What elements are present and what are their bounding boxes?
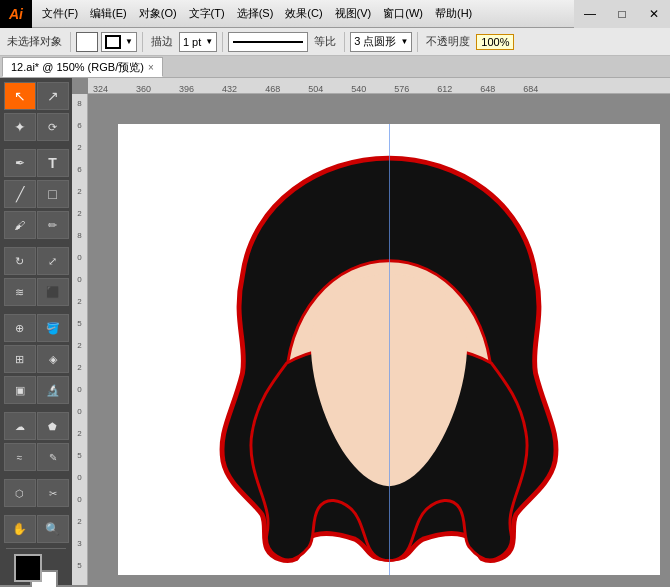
selection-tool[interactable]: ↖: [4, 82, 36, 110]
pencil-tool[interactable]: ✏: [37, 211, 69, 239]
ruler-left-mark: 6: [77, 121, 81, 130]
nav-tools: ✋ 🔍: [4, 515, 69, 543]
corner-style-dropdown[interactable]: 3 点圆形: [350, 32, 412, 52]
close-button[interactable]: ✕: [638, 0, 670, 28]
scissors-tool[interactable]: ✂: [37, 479, 69, 507]
symbol-tool[interactable]: ⬟: [37, 412, 69, 440]
ruler-left-mark: 0: [77, 253, 81, 262]
scale-tool[interactable]: ⤢: [37, 247, 69, 275]
maximize-button[interactable]: □: [606, 0, 638, 28]
rotate-tool[interactable]: ↻: [4, 247, 36, 275]
ruler-mark: 468: [265, 84, 280, 94]
menu-select[interactable]: 选择(S): [231, 4, 280, 23]
eyedropper-tool[interactable]: 🔬: [37, 376, 69, 404]
graph-tool[interactable]: ≈: [4, 443, 36, 471]
toolbar-sep-1: [70, 32, 71, 52]
menu-object[interactable]: 对象(O): [133, 4, 183, 23]
warp-tool[interactable]: ≋: [4, 278, 36, 306]
opacity-value[interactable]: 100%: [476, 34, 514, 50]
pen-tool[interactable]: ✒: [4, 149, 36, 177]
ruler-left-mark: 2: [77, 297, 81, 306]
ruler-left-mark: 2: [77, 143, 81, 152]
menu-file[interactable]: 文件(F): [36, 4, 84, 23]
blend-tool[interactable]: ☁: [4, 412, 36, 440]
menu-effect[interactable]: 效果(C): [279, 4, 328, 23]
zoom-tool[interactable]: 🔍: [37, 515, 69, 543]
ruler-left-mark: 5: [77, 561, 81, 570]
ruler-left-mark: 5: [77, 451, 81, 460]
ruler-left-mark: 2: [77, 187, 81, 196]
toolbar-sep-4: [344, 32, 345, 52]
window-controls: — □ ✕: [574, 0, 670, 27]
lasso-tool[interactable]: ⟳: [37, 113, 69, 141]
ruler-mark: 576: [394, 84, 409, 94]
ruler-left-mark: 6: [77, 165, 81, 174]
stroke-label: 描边: [148, 34, 176, 49]
ruler-left-mark: 2: [77, 363, 81, 372]
menu-edit[interactable]: 编辑(E): [84, 4, 133, 23]
magic-wand-tool[interactable]: ✦: [4, 113, 36, 141]
slice-tool[interactable]: ⬡: [4, 479, 36, 507]
ruler-left-mark: 0: [77, 275, 81, 284]
fill-swatch[interactable]: [76, 32, 98, 52]
free-transform-tool[interactable]: ⬛: [37, 278, 69, 306]
gradient-tool[interactable]: ▣: [4, 376, 36, 404]
shape-builder-tools: ⊕ 🪣: [4, 314, 69, 342]
fill-color-swatch[interactable]: [14, 554, 42, 582]
ruler-left-mark: 2: [77, 341, 81, 350]
swatch-container: [14, 554, 58, 587]
direct-selection-tool[interactable]: ↗: [37, 82, 69, 110]
ruler-mark: 648: [480, 84, 495, 94]
toolbar-sep-3: [222, 32, 223, 52]
line-tool[interactable]: ╱: [4, 180, 36, 208]
gradient-tools: ▣ 🔬: [4, 376, 69, 404]
main-area: ↖ ↗ ✦ ⟳ ✒ T ╱ □ 🖌 ✏ ↻ ⤢ ≋ ⬛ ⊕: [0, 78, 670, 585]
tab-bar: 12.ai* @ 150% (RGB/预览) ×: [0, 56, 670, 78]
stroke-style-box: [228, 32, 308, 52]
minimize-button[interactable]: —: [574, 0, 606, 28]
toolbar: 未选择对象 描边 1 pt 等比 3 点圆形 不透明度 100%: [0, 28, 670, 56]
type-tool[interactable]: T: [37, 149, 69, 177]
menu-bar: 文件(F) 编辑(E) 对象(O) 文字(T) 选择(S) 效果(C) 视图(V…: [32, 0, 574, 27]
ai-logo: Ai: [0, 0, 32, 28]
artboard-tool[interactable]: ✎: [37, 443, 69, 471]
menu-window[interactable]: 窗口(W): [377, 4, 429, 23]
menu-help[interactable]: 帮助(H): [429, 4, 478, 23]
no-selection-label: 未选择对象: [4, 34, 65, 49]
line-tools: ╱ □: [4, 180, 69, 208]
white-artboard: [118, 124, 660, 575]
active-tab[interactable]: 12.ai* @ 150% (RGB/预览) ×: [2, 57, 163, 77]
ruler-left-mark: 8: [77, 231, 81, 240]
ruler-left-mark: 2: [77, 429, 81, 438]
menu-view[interactable]: 视图(V): [329, 4, 378, 23]
live-paint-tool[interactable]: 🪣: [37, 314, 69, 342]
warp-tools: ≋ ⬛: [4, 278, 69, 306]
hand-tool[interactable]: ✋: [4, 515, 36, 543]
selection-tools: ↖ ↗: [4, 82, 69, 110]
stroke-dropdown[interactable]: [101, 32, 137, 52]
menu-type[interactable]: 文字(T): [183, 4, 231, 23]
toolbar-sep-2: [142, 32, 143, 52]
tab-close-button[interactable]: ×: [148, 62, 154, 73]
ruler-mark: 612: [437, 84, 452, 94]
ruler-left-mark: 0: [77, 495, 81, 504]
ruler-mark: 360: [136, 84, 151, 94]
ruler-left-mark: 2: [77, 517, 81, 526]
mesh-tool[interactable]: ◈: [37, 345, 69, 373]
paintbrush-tool[interactable]: 🖌: [4, 211, 36, 239]
perspective-tool[interactable]: ⊞: [4, 345, 36, 373]
color-area: □ ▦ ⊘: [4, 546, 68, 587]
stroke-weight-dropdown[interactable]: 1 pt: [179, 32, 217, 52]
blend-tools: ☁ ⬟: [4, 412, 69, 440]
perspective-tools: ⊞ ◈: [4, 345, 69, 373]
ruler-left: 8 6 2 6 2 2 8 0 0 2 5 2 2 0 0 2 5 0 0 2: [72, 94, 88, 585]
ruler-left-mark: 3: [77, 583, 81, 585]
title-bar: Ai 文件(F) 编辑(E) 对象(O) 文字(T) 选择(S) 效果(C) 视…: [0, 0, 670, 28]
rect-tool[interactable]: □: [37, 180, 69, 208]
shape-builder-tool[interactable]: ⊕: [4, 314, 36, 342]
ruler-mark: 684: [523, 84, 538, 94]
left-toolbar: ↖ ↗ ✦ ⟳ ✒ T ╱ □ 🖌 ✏ ↻ ⤢ ≋ ⬛ ⊕: [0, 78, 72, 585]
ruler-mark: 396: [179, 84, 194, 94]
canvas-content[interactable]: [88, 94, 670, 585]
ruler-top-marks: 324 360 396 432 468 504 540 576 612 648 …: [88, 78, 670, 94]
